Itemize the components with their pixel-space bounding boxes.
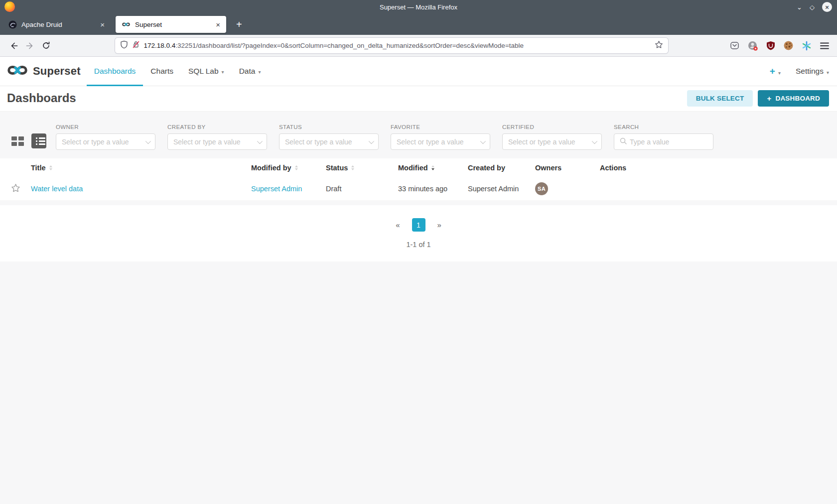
favorite-select[interactable]: Select or type a value (391, 133, 490, 150)
row-created-by-cell: Superset Admin (468, 185, 535, 193)
nav-label: Dashboards (94, 67, 136, 76)
search-box (614, 133, 713, 150)
column-label: Modified (398, 164, 428, 172)
filter-label: FAVORITE (391, 124, 490, 130)
url-text[interactable]: 172.18.0.4:32251/dashboard/list/?pageInd… (144, 42, 651, 49)
url-host: 172.18.0.4 (144, 42, 176, 49)
chevron-down-icon (257, 138, 263, 143)
new-tab-button[interactable]: + (233, 19, 245, 30)
url-bar[interactable]: 172.18.0.4:32251/dashboard/list/?pageInd… (115, 38, 668, 53)
filter-label: SEARCH (614, 124, 713, 130)
nav-item-charts[interactable]: Charts (143, 57, 181, 86)
next-page-icon[interactable]: » (437, 221, 441, 229)
page-1-button[interactable]: 1 (412, 218, 425, 232)
table-header-row: Title Modified by Status Modified Create… (8, 158, 829, 177)
status-badge: Draft (326, 185, 341, 193)
column-modified-by[interactable]: Modified by (251, 164, 326, 172)
filter-label: CREATED BY (167, 124, 267, 130)
superset-navbar: Superset Dashboards Charts SQL Lab ▾ Dat… (0, 57, 837, 86)
owner-avatar[interactable]: SA (535, 182, 548, 195)
settings-label: Settings (796, 67, 824, 75)
status-select[interactable]: Select or type a value (279, 133, 379, 150)
certified-select[interactable]: Select or type a value (502, 133, 602, 150)
new-item-menu[interactable]: +▾ (770, 66, 781, 77)
window-titlebar: Superset — Mozilla Firefox ⌄ ◇ × (0, 0, 837, 14)
row-modified-cell: 33 minutes ago (398, 185, 468, 193)
multi-account-containers-icon[interactable] (801, 40, 812, 51)
column-label: Status (326, 164, 348, 172)
dashboard-link[interactable]: Water level data (31, 185, 83, 193)
tab-apache-druid[interactable]: Apache Druid × (2, 16, 111, 33)
page-header: Dashboards BULK SELECT + DASHBOARD (0, 86, 837, 111)
column-label: Created by (468, 164, 505, 172)
forward-icon[interactable] (22, 38, 38, 53)
filter-owner: OWNER Select or type a value (56, 124, 155, 150)
search-input[interactable] (630, 138, 720, 146)
nav-right: +▾ Settings▾ (770, 66, 829, 77)
extension-disabled-icon[interactable] (747, 40, 758, 51)
table-footer-strip (0, 200, 837, 205)
extension-icons (729, 40, 831, 51)
nav-item-data[interactable]: Data ▾ (232, 57, 269, 86)
column-owners: Owners (535, 164, 600, 172)
view-toggles (10, 133, 46, 148)
browser-toolbar: 172.18.0.4:32251/dashboard/list/?pageInd… (0, 35, 837, 57)
filter-label: STATUS (279, 124, 379, 130)
filter-certified: CERTIFIED Select or type a value (502, 124, 602, 150)
pocket-icon[interactable] (729, 40, 740, 51)
superset-logo-icon (6, 63, 29, 80)
nav-label: Charts (150, 67, 173, 76)
chevron-down-icon (592, 138, 597, 143)
favorite-star-icon[interactable] (11, 183, 20, 194)
bulk-select-button[interactable]: BULK SELECT (687, 90, 753, 107)
maximize-icon[interactable]: ◇ (810, 4, 815, 10)
shield-icon[interactable] (120, 40, 128, 51)
bookmark-star-icon[interactable] (655, 40, 663, 51)
new-dashboard-label: DASHBOARD (775, 95, 820, 102)
owner-select[interactable]: Select or type a value (56, 133, 155, 150)
settings-menu[interactable]: Settings▾ (796, 67, 829, 76)
reload-icon[interactable] (38, 38, 54, 53)
minimize-icon[interactable]: ⌄ (797, 4, 802, 10)
insecure-lock-icon[interactable] (132, 40, 140, 51)
filter-label: CERTIFIED (502, 124, 602, 130)
list-view-icon[interactable] (31, 133, 46, 148)
superset-brand[interactable]: Superset (6, 63, 81, 80)
tab-superset[interactable]: Superset × (116, 16, 226, 33)
plus-icon: + (770, 66, 775, 76)
pagination: « 1 » 1-1 of 1 (0, 205, 837, 261)
column-status[interactable]: Status (326, 164, 398, 172)
column-label: Title (31, 164, 46, 172)
menu-hamburger-icon[interactable] (819, 40, 830, 51)
back-icon[interactable] (6, 38, 22, 53)
row-owners-cell: SA (535, 182, 600, 195)
previous-page-icon[interactable]: « (396, 221, 400, 229)
close-window-icon[interactable]: × (822, 2, 832, 12)
tab-close-icon[interactable]: × (99, 20, 106, 29)
column-title[interactable]: Title (31, 164, 251, 172)
ublock-origin-icon[interactable] (765, 40, 776, 51)
row-status-cell: Draft (326, 185, 398, 193)
header-actions: BULK SELECT + DASHBOARD (687, 90, 829, 107)
filter-bar: OWNER Select or type a value CREATED BY … (0, 111, 837, 158)
new-dashboard-button[interactable]: + DASHBOARD (758, 90, 829, 107)
column-modified[interactable]: Modified (398, 164, 468, 172)
nav-items: Dashboards Charts SQL Lab ▾ Data ▾ (87, 57, 269, 86)
select-placeholder: Select or type a value (397, 138, 476, 146)
chevron-down-icon: ▾ (222, 69, 224, 75)
nav-item-dashboards[interactable]: Dashboards (87, 57, 143, 86)
row-favorite-cell (8, 183, 31, 194)
chevron-down-icon: ▾ (258, 69, 261, 75)
card-view-icon[interactable] (10, 135, 25, 147)
cookie-icon[interactable] (783, 40, 794, 51)
modified-by-link[interactable]: Superset Admin (251, 185, 302, 193)
window-controls: ⌄ ◇ × (797, 0, 832, 14)
filter-favorite: FAVORITE Select or type a value (391, 124, 490, 150)
druid-favicon (8, 20, 17, 29)
search-icon (620, 137, 627, 146)
select-placeholder: Select or type a value (508, 138, 588, 146)
bulk-select-label: BULK SELECT (696, 95, 744, 102)
created-by-select[interactable]: Select or type a value (167, 133, 267, 150)
nav-item-sql-lab[interactable]: SQL Lab ▾ (181, 57, 232, 86)
tab-close-icon[interactable]: × (215, 20, 221, 29)
